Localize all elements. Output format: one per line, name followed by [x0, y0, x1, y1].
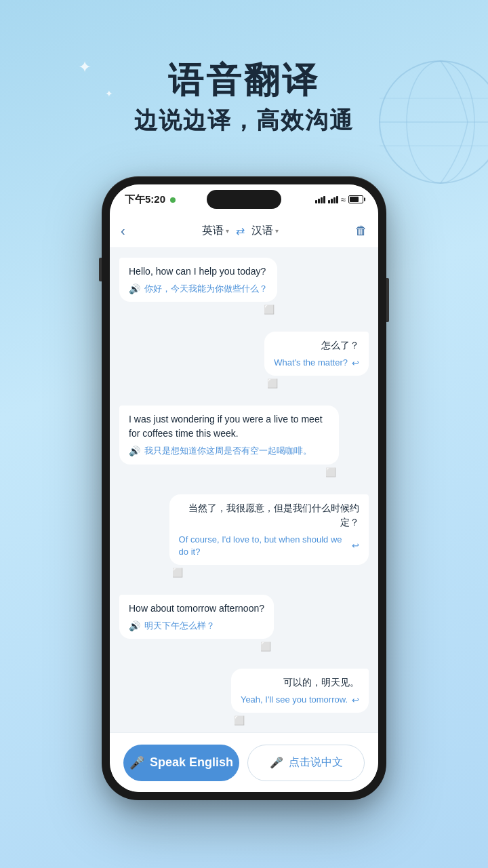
msg-2-primary: 怎么了？ — [274, 338, 359, 353]
swap-languages-icon[interactable]: ⇄ — [236, 224, 245, 237]
signal-bars — [315, 196, 325, 203]
message-5: How about tomorrow afternoon? 🔊 明天下午怎么样？… — [119, 595, 274, 652]
message-1: Hello, how can I help you today? 🔊 你好，今天… — [119, 258, 277, 315]
bubble-2: 怎么了？ What's the matter? ↩ — [264, 332, 369, 376]
replay-icon-2[interactable]: ↩ — [352, 358, 359, 368]
signal-bars-2 — [328, 196, 338, 203]
speak-english-label: Speak English — [150, 755, 233, 770]
bubble-1: Hello, how can I help you today? 🔊 你好，今天… — [119, 258, 277, 302]
header-section: 语音翻译 边说边译，高效沟通 — [0, 0, 488, 136]
bottom-bar: 🎤 Speak English 🎤 点击说中文 — [110, 732, 378, 792]
speaker-icon-5[interactable]: 🔊 — [129, 620, 140, 631]
message-4: 当然了，我很愿意，但是我们什么时候约定？ Of course, I'd love… — [169, 494, 369, 578]
lang-to-label: 汉语 — [251, 224, 273, 238]
message-6: 可以的，明天见。 Yeah, I'll see you tomorrow. ↩ … — [231, 669, 369, 726]
speak-chinese-button[interactable]: 🎤 点击说中文 — [247, 745, 365, 781]
msg-6-translated: Yeah, I'll see you tomorrow. — [241, 694, 348, 706]
back-button[interactable]: ‹ — [121, 223, 125, 239]
msg-3-translation: 🔊 我只是想知道你这周是否有空一起喝咖啡。 — [129, 445, 329, 457]
msg-2-translation: What's the matter? ↩ — [274, 357, 359, 369]
msg-3-translated: 我只是想知道你这周是否有空一起喝咖啡。 — [144, 445, 312, 457]
bubble-5: How about tomorrow afternoon? 🔊 明天下午怎么样？ — [119, 595, 274, 639]
lang-to[interactable]: 汉语 ▾ — [251, 224, 279, 238]
msg-6-translation: Yeah, I'll see you tomorrow. ↩ — [241, 694, 359, 706]
copy-btn-6[interactable]: ⬜ — [234, 715, 245, 726]
message-3: I was just wondering if you were a live … — [119, 406, 339, 477]
msg-5-translated: 明天下午怎么样？ — [144, 620, 215, 632]
replay-icon-4[interactable]: ↩ — [352, 540, 359, 551]
speak-chinese-label: 点击说中文 — [289, 755, 343, 770]
phone-screen: 下午5:20 — [110, 184, 378, 792]
msg-6-primary: 可以的，明天见。 — [241, 675, 359, 690]
msg-5-translation: 🔊 明天下午怎么样？ — [129, 620, 264, 632]
chat-area: Hello, how can I help you today? 🔊 你好，今天… — [110, 248, 378, 732]
bubble-6: 可以的，明天见。 Yeah, I'll see you tomorrow. ↩ — [231, 669, 369, 713]
msg-1-primary: Hello, how can I help you today? — [129, 264, 268, 279]
copy-btn-2[interactable]: ⬜ — [267, 378, 278, 389]
battery-icon — [348, 195, 363, 203]
speak-english-button[interactable]: 🎤 Speak English — [123, 745, 239, 781]
lang-from-label: 英语 — [202, 224, 224, 238]
dynamic-island — [207, 190, 281, 209]
copy-btn-4[interactable]: ⬜ — [172, 568, 183, 578]
phone-outer-frame: 下午5:20 — [102, 176, 386, 800]
copy-btn-3[interactable]: ⬜ — [325, 467, 336, 477]
lang-from[interactable]: 英语 ▾ — [202, 224, 229, 238]
wifi-icon: ≈ — [341, 195, 346, 205]
mic-icon-chinese: 🎤 — [270, 756, 283, 769]
phone-mockup: 下午5:20 — [102, 176, 386, 800]
speaker-icon-3[interactable]: 🔊 — [129, 446, 140, 456]
msg-1-translation: 🔊 你好，今天我能为你做些什么？ — [129, 283, 268, 295]
msg-3-primary: I was just wondering if you were a live … — [129, 412, 329, 441]
clear-history-icon[interactable]: 🗑 — [355, 224, 367, 238]
msg-5-primary: How about tomorrow afternoon? — [129, 601, 264, 616]
app-title-sub: 边说边译，高效沟通 — [0, 105, 488, 136]
message-2: 怎么了？ What's the matter? ↩ ⬜ — [264, 332, 369, 389]
msg-4-translated: Of course, I'd love to, but when should … — [179, 534, 348, 558]
copy-btn-1[interactable]: ⬜ — [264, 304, 274, 315]
msg-2-translated: What's the matter? — [274, 357, 348, 369]
status-icons: ≈ — [315, 195, 363, 205]
lang-to-arrow: ▾ — [275, 227, 279, 235]
bubble-3: I was just wondering if you were a live … — [119, 406, 339, 464]
status-time: 下午5:20 — [125, 193, 176, 206]
speaker-icon-1[interactable]: 🔊 — [129, 283, 140, 294]
lang-from-arrow: ▾ — [226, 227, 229, 235]
msg-1-translated: 你好，今天我能为你做些什么？ — [144, 283, 268, 295]
msg-4-translation: Of course, I'd love to, but when should … — [179, 534, 359, 558]
status-bar: 下午5:20 — [110, 184, 378, 214]
language-selector[interactable]: 英语 ▾ ⇄ 汉语 ▾ — [202, 224, 279, 238]
copy-btn-5[interactable]: ⬜ — [260, 642, 271, 652]
msg-4-primary: 当然了，我很愿意，但是我们什么时候约定？ — [179, 501, 359, 530]
status-dot — [170, 197, 176, 203]
app-title-main: 语音翻译 — [0, 61, 488, 100]
app-header: ‹ 英语 ▾ ⇄ 汉语 ▾ 🗑 — [110, 214, 378, 248]
bubble-4: 当然了，我很愿意，但是我们什么时候约定？ Of course, I'd love… — [169, 494, 369, 565]
mic-icon-english: 🎤 — [129, 755, 144, 770]
replay-icon-6[interactable]: ↩ — [352, 695, 359, 705]
